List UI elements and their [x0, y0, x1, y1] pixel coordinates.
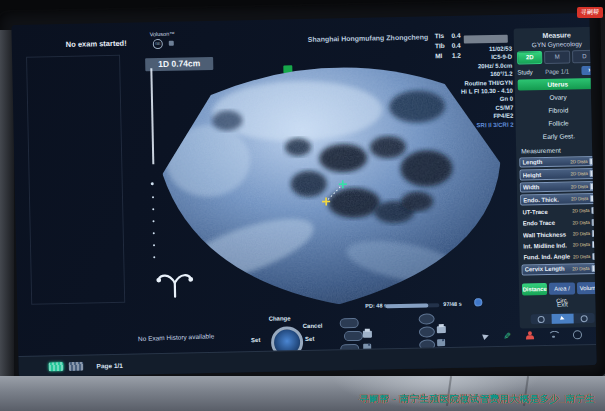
row-label: Width — [523, 184, 569, 191]
distance-button[interactable]: Distance — [522, 283, 548, 296]
row-label: Int. Midline Ind. — [523, 242, 571, 249]
measurement-row-int-midline[interactable]: Int. Midline Ind. 2D Dista — [521, 240, 597, 251]
circle-icon — [538, 316, 545, 323]
row-tool-tag: 2D Dista — [573, 242, 590, 247]
measurement-row-endo-trace[interactable]: Endo Trace 2D Dista — [521, 217, 597, 228]
measurement-row-width[interactable]: Width 2D Dista — [520, 181, 597, 193]
hospital-name: Shanghai Hongmufang Zhongcheng — [308, 33, 429, 43]
logo-square-icon — [169, 41, 174, 46]
row-tool-tag: 2D Dista — [570, 159, 587, 164]
wifi-icon[interactable] — [548, 331, 559, 339]
area-circ-button[interactable]: Area / Circ. — [549, 282, 575, 295]
status-circle-icon[interactable] — [573, 330, 582, 339]
row-label: Wall Thickness — [523, 231, 571, 238]
pointer-mode-segment — [531, 313, 595, 325]
cine-time-label: PD: 48 s — [365, 302, 387, 308]
panel-title: Measure — [517, 31, 597, 40]
measurement-section-label: Measurement — [521, 146, 597, 155]
study-item-ovary[interactable]: Ovary — [518, 91, 597, 104]
measurement-row-length[interactable]: Length 2D Dista — [519, 156, 596, 168]
trackball-top-label: Change — [269, 315, 291, 321]
save-disk-icon — [437, 339, 445, 346]
exit-button[interactable]: Exit — [522, 299, 596, 308]
tab-2d[interactable]: 2D — [517, 51, 543, 65]
printer-icon — [363, 331, 372, 338]
row-label: Endo. Thick. — [523, 196, 569, 203]
row-label: Cervix Length — [525, 266, 571, 273]
watermark-text: 寻嗣帮 - 南宁生殖医院做试管费用大概是多少_南宁生 — [359, 393, 595, 406]
measurement-row-fund-ind-angle[interactable]: Fund. Ind. Angle 2D Dista — [521, 251, 596, 262]
ge-logo-icon: GE — [153, 39, 163, 49]
p-button[interactable] — [344, 331, 363, 341]
study-label: Study — [517, 69, 532, 75]
circle-icon — [580, 315, 587, 322]
study-page: Page 1/1 — [536, 68, 579, 75]
cine-counter-label: 97/48 s — [443, 301, 461, 307]
segment-left[interactable] — [531, 313, 553, 324]
voluson-logo: Voluson™ — [150, 31, 175, 38]
ultrasound-screen: No exam started! Voluson™ GE Shanghai Ho… — [11, 13, 596, 377]
patient-icon[interactable] — [525, 331, 534, 340]
taskbar-page-indicator: Page 1/1 — [96, 362, 123, 370]
mode-tabs: 2D M D — [517, 50, 597, 65]
segment-cursor-active[interactable] — [552, 313, 574, 324]
measurement-row-ut-trace[interactable]: UT-Trace 2D Dista — [520, 206, 596, 217]
printer-icon — [437, 326, 446, 333]
ultrasound-image[interactable] — [146, 55, 519, 315]
row-label: Fund. Ind. Angle — [523, 254, 571, 261]
panel-category: GYN Gynecology — [517, 40, 597, 49]
cursor-icon — [560, 316, 565, 321]
pointer-arrow-icon[interactable] — [483, 332, 491, 340]
tab-m[interactable]: M — [544, 50, 570, 64]
measurement-row-endo-thick[interactable]: Endo. Thick. 2D Dista — [520, 193, 597, 205]
row-label: UT-Trace — [522, 208, 570, 215]
exam-status-message: No exam started! — [66, 39, 127, 49]
segment-right[interactable] — [573, 313, 595, 324]
measurement-row-wall-thickness[interactable]: Wall Thickness 2D Dista — [521, 229, 597, 240]
row-tool-tag: 2D Dista — [572, 266, 589, 271]
exam-history-message: No Exam History available — [138, 332, 214, 342]
pen-annotate-icon[interactable]: ✎ — [502, 332, 512, 340]
taskbar-tray: ✎ — [483, 329, 582, 341]
patient-name-redacted — [464, 35, 508, 44]
row-label: Height — [523, 171, 569, 178]
trackball-left-label: Set — [251, 337, 260, 343]
row-label: Endo Trace — [523, 220, 571, 227]
trackball-right-label: Set — [305, 336, 314, 342]
tis-label: TIs — [430, 32, 445, 40]
row-tool-tag: 2D Dista — [573, 254, 590, 259]
study-item-follicle[interactable]: Follicle — [518, 117, 596, 130]
p-button[interactable] — [419, 313, 435, 324]
keyboard-icon[interactable] — [68, 362, 83, 371]
row-tool-tag: 2D Dista — [572, 208, 589, 213]
row-tool-tag: 2D Dista — [571, 196, 588, 201]
row-tool-tag: 2D Dista — [573, 231, 590, 236]
study-item-early-gest[interactable]: Early Gest. — [519, 130, 597, 143]
monitor-photo: No exam started! Voluson™ GE Shanghai Ho… — [0, 0, 605, 411]
row-label: Length — [522, 159, 568, 166]
uterus-body-marker-icon[interactable] — [155, 269, 196, 300]
measure-panel: Measure GYN Gynecology 2D M D Study Page… — [514, 27, 597, 329]
row-tool-tag: 2D Dista — [572, 220, 589, 225]
row-tool-tag: 2D Dista — [570, 171, 587, 176]
results-area-outline — [26, 55, 125, 305]
row-tool-tag: 2D Dista — [571, 184, 588, 189]
volume-button[interactable]: Volume — [577, 281, 597, 294]
measurement-row-cervix-length[interactable]: Cervix Length 2D Dista — [522, 263, 597, 275]
tis-value: 0.4 — [446, 32, 460, 40]
study-item-uterus[interactable]: Uterus — [518, 78, 597, 91]
p-button[interactable] — [419, 326, 435, 337]
watermark-badge: 寻嗣帮 — [577, 7, 603, 18]
study-item-fibroid[interactable]: Fibroid — [518, 104, 596, 117]
trackball-topright-label: Cancel — [303, 323, 323, 329]
measurement-row-height[interactable]: Height 2D Dista — [520, 168, 597, 180]
keyboard-active-icon[interactable] — [48, 362, 63, 371]
